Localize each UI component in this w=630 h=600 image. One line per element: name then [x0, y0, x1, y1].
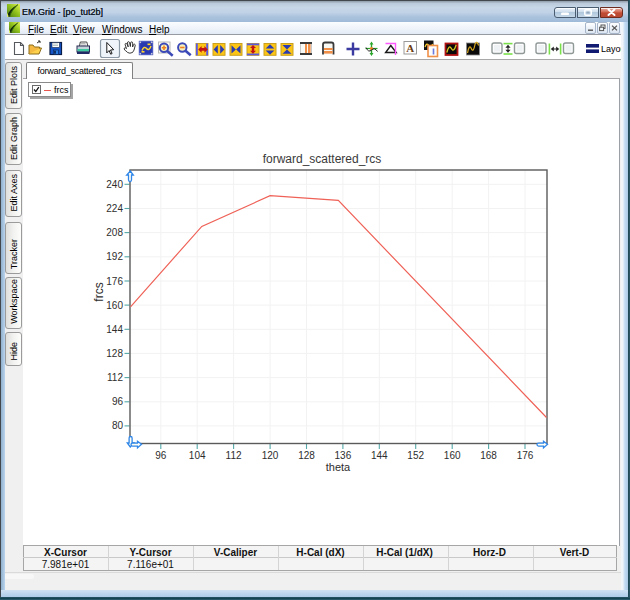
svg-text:112: 112: [107, 372, 123, 383]
svg-text:240: 240: [106, 179, 123, 190]
svg-text:128: 128: [106, 348, 123, 359]
svg-text:80: 80: [112, 420, 124, 431]
svg-text:96: 96: [112, 396, 124, 407]
svg-text:A: A: [406, 42, 414, 54]
svg-text:104: 104: [189, 450, 206, 461]
svg-text:192: 192: [106, 251, 123, 262]
svg-text:160: 160: [106, 300, 123, 311]
svg-text:136: 136: [335, 450, 352, 461]
svg-text:152: 152: [407, 450, 424, 461]
svg-text:120: 120: [262, 450, 279, 461]
svg-text:176: 176: [106, 276, 123, 287]
svg-text:176: 176: [517, 450, 534, 461]
svg-text:theta: theta: [326, 461, 351, 473]
svg-text:160: 160: [444, 450, 461, 461]
svg-text:224: 224: [106, 203, 123, 214]
svg-text:Layout: Layout: [601, 44, 621, 54]
svg-text:168: 168: [480, 450, 497, 461]
svg-text:208: 208: [106, 227, 123, 238]
svg-text:144: 144: [371, 450, 388, 461]
svg-text:frcs: frcs: [92, 282, 106, 301]
svg-text:128: 128: [298, 450, 315, 461]
svg-text:112: 112: [226, 450, 242, 461]
svg-text:144: 144: [106, 324, 123, 335]
svg-text:96: 96: [155, 450, 167, 461]
svg-text:forward_scattered_rcs: forward_scattered_rcs: [263, 152, 382, 166]
